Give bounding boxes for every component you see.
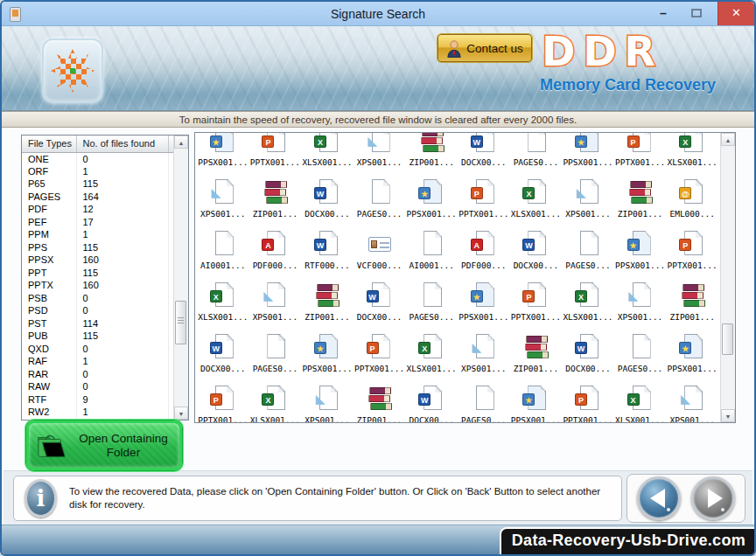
file-item[interactable]: XXLSX001... <box>405 325 458 377</box>
file-item[interactable]: XXLSX001... <box>197 274 249 325</box>
file-item[interactable]: WDOCX00... <box>458 133 510 170</box>
scroll-down-icon[interactable]: ▼ <box>174 407 188 420</box>
file-item[interactable]: PPPTX001... <box>510 274 563 325</box>
table-row[interactable]: ORF1 <box>22 165 175 178</box>
file-item[interactable]: PAGES0... <box>249 325 302 377</box>
file-item[interactable]: PPPTX001... <box>562 377 614 422</box>
file-item[interactable]: ZIP001... <box>301 274 354 325</box>
file-item[interactable]: WDOCX00... <box>301 170 354 222</box>
file-item[interactable]: PPPTX001... <box>666 222 718 274</box>
file-item[interactable]: VCF000... <box>354 222 406 274</box>
table-row[interactable]: RAR0 <box>22 368 175 381</box>
table-row[interactable]: PAGES164 <box>22 191 175 204</box>
table-row[interactable]: RAF1 <box>22 355 175 368</box>
file-item[interactable]: PPPTX001... <box>458 170 510 222</box>
file-item[interactable]: APDF000... <box>249 222 302 274</box>
file-item[interactable]: APDF000... <box>458 222 510 274</box>
file-item[interactable]: PAGES0... <box>458 377 510 422</box>
next-button[interactable] <box>691 476 735 520</box>
file-item[interactable]: ◣XPS001... <box>249 274 302 325</box>
file-item[interactable]: ZIP001... <box>354 377 406 422</box>
file-item[interactable]: PAGES0... <box>354 170 406 222</box>
table-row[interactable]: PPS115 <box>22 241 175 254</box>
close-button[interactable]: ✕ <box>718 2 754 25</box>
file-item[interactable]: PAGES0... <box>562 222 614 274</box>
file-item[interactable]: ★PPSX001... <box>301 325 354 377</box>
table-row[interactable]: PPTX160 <box>22 279 175 292</box>
file-item[interactable]: ZIP001... <box>405 133 458 170</box>
file-item[interactable]: ★PPSX001... <box>197 133 249 170</box>
open-containing-folder-button[interactable]: Open Containing Folder <box>26 420 182 470</box>
file-item[interactable]: PPPTX001... <box>614 133 667 170</box>
scroll-up-icon[interactable]: ▲ <box>174 136 188 149</box>
file-item[interactable]: PAGES0... <box>405 274 458 325</box>
table-row[interactable]: RAW0 <box>22 380 175 393</box>
scroll-down-icon[interactable]: ▼ <box>721 409 735 422</box>
file-item[interactable]: PAGES0... <box>510 133 563 170</box>
file-item[interactable]: WDOCX00... <box>354 274 406 325</box>
table-row[interactable]: PST114 <box>22 317 175 330</box>
contact-us-button[interactable]: Contact us <box>438 34 532 62</box>
file-item[interactable]: ★PPSX001... <box>405 170 458 222</box>
file-item[interactable]: XXLSX001... <box>249 377 302 422</box>
table-row[interactable]: PPT115 <box>22 267 175 280</box>
file-item[interactable]: ◣XPS001... <box>301 377 354 422</box>
file-item[interactable]: ★PPSX001... <box>614 222 667 274</box>
scroll-up-icon[interactable]: ▲ <box>721 133 735 146</box>
table-row[interactable]: PDF12 <box>22 203 175 216</box>
table-row[interactable]: P65115 <box>22 177 175 191</box>
maximize-button[interactable] <box>682 2 710 25</box>
table-row[interactable]: QXD0 <box>22 343 175 356</box>
grid-scrollbar-thumb[interactable] <box>722 323 733 355</box>
file-item[interactable]: AI0001... <box>405 222 458 274</box>
file-item[interactable]: ZIP001... <box>614 170 667 222</box>
file-item[interactable]: PAGES0... <box>614 325 667 377</box>
table-row[interactable]: PEF17 <box>22 216 175 229</box>
zip-file-icon <box>627 177 654 206</box>
file-item[interactable]: ★PPSX001... <box>510 377 563 422</box>
file-item[interactable]: PPPTX001... <box>249 133 302 170</box>
file-item[interactable]: ◣XPS001... <box>354 133 406 170</box>
file-item[interactable]: ★PPSX001... <box>666 325 718 377</box>
table-row[interactable]: RW21 <box>22 406 175 419</box>
minimize-button[interactable]: – <box>649 2 677 25</box>
column-header-file-types[interactable]: File Types <box>22 136 76 152</box>
file-item[interactable]: WDOCX00... <box>197 325 249 377</box>
file-item[interactable]: XXLSX001... <box>562 274 614 325</box>
file-item[interactable]: PPPTX001... <box>354 325 406 377</box>
file-item[interactable]: WRTF000... <box>301 222 354 274</box>
table-row[interactable]: PPM1 <box>22 228 175 241</box>
table-row[interactable]: ONE0 <box>22 152 175 165</box>
file-item[interactable]: ◣XPS001... <box>562 170 614 222</box>
back-button[interactable] <box>637 476 681 520</box>
table-row[interactable]: RTF9 <box>22 393 175 407</box>
file-item[interactable]: ★PPSX001... <box>562 133 614 170</box>
table-scrollbar[interactable]: ▲ ▼ <box>173 136 188 420</box>
file-item[interactable]: ◣XPS001... <box>614 274 667 325</box>
file-item[interactable]: XXLSX001... <box>301 133 354 170</box>
file-item[interactable]: XXLSX001... <box>614 377 667 422</box>
table-row[interactable]: PUB115 <box>22 330 175 343</box>
file-item[interactable]: AI0001... <box>197 222 249 274</box>
file-item[interactable]: ◣XPS001... <box>666 377 718 422</box>
file-item[interactable]: ◣XPS001... <box>458 325 510 377</box>
file-item[interactable]: WDOCX00... <box>405 377 458 422</box>
file-item[interactable]: WDOCX00... <box>510 222 563 274</box>
table-scrollbar-thumb[interactable] <box>175 301 186 344</box>
table-row[interactable]: PPSX160 <box>22 254 175 267</box>
file-item[interactable]: @EML000... <box>666 170 718 222</box>
table-row[interactable]: PSB0 <box>22 292 175 305</box>
grid-scrollbar[interactable]: ▲ ▼ <box>720 133 735 422</box>
file-item[interactable]: ★PPSX001... <box>458 274 510 325</box>
file-item[interactable]: ZIP001... <box>510 325 563 377</box>
file-item[interactable]: XXLSX001... <box>666 133 718 170</box>
column-header-files-found[interactable]: No. of files found <box>76 136 168 152</box>
file-item[interactable]: PPPTX001... <box>197 377 249 422</box>
file-item[interactable]: ◣XPS001... <box>197 170 249 222</box>
file-item[interactable]: XXLSX001... <box>510 170 563 222</box>
file-name-label: XLSX001... <box>615 415 665 422</box>
file-item[interactable]: WDOCX00... <box>562 325 614 377</box>
file-item[interactable]: ZIP001... <box>666 274 718 325</box>
table-row[interactable]: PSD0 <box>22 304 175 317</box>
file-item[interactable]: ZIP001... <box>249 170 302 222</box>
